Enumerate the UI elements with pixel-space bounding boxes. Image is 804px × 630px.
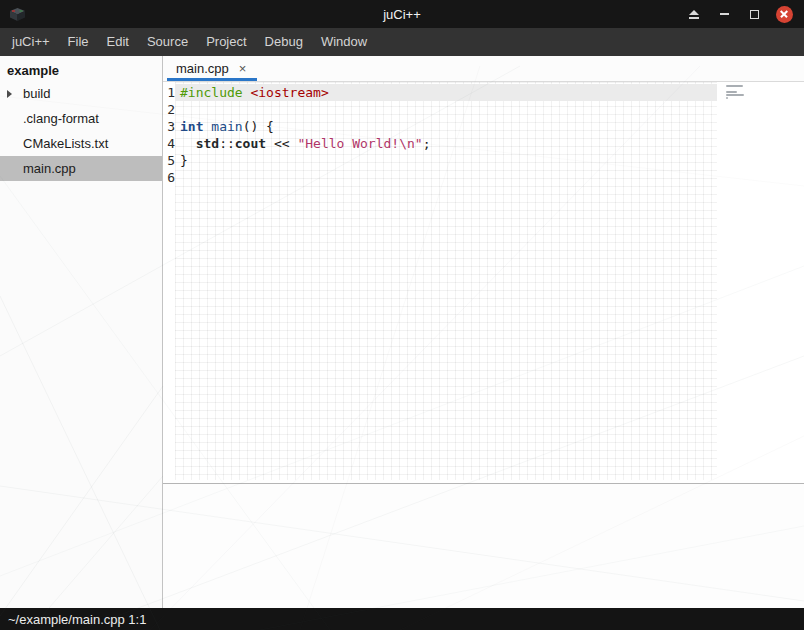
tree-item-clang-format[interactable]: .clang-format <box>0 106 162 131</box>
line-number: 2 <box>163 101 175 118</box>
menu-item-edit[interactable]: Edit <box>98 28 138 56</box>
jucipp-window: juCi++ juCi++FileEditSourceProjectDebugW… <box>0 0 804 630</box>
menu-item-debug[interactable]: Debug <box>256 28 312 56</box>
line-number: 6 <box>163 169 175 186</box>
code-pane: 1#include <iostream>23int main() {4 std:… <box>163 84 430 186</box>
tree-item-label: main.cpp <box>23 161 76 176</box>
code-line-3[interactable]: 3int main() { <box>163 118 430 135</box>
line-number: 1 <box>163 84 175 101</box>
eject-icon <box>689 10 699 19</box>
code-line-4[interactable]: 4 std::cout << "Hello World!\n"; <box>163 135 430 152</box>
terminal-output-panel[interactable] <box>163 484 804 608</box>
tree-item-label: CMakeLists.txt <box>23 136 108 151</box>
titlebar[interactable]: juCi++ <box>0 0 804 28</box>
tree-item-label: .clang-format <box>23 111 99 126</box>
menu-item-juci[interactable]: juCi++ <box>3 28 59 56</box>
window-title: juCi++ <box>0 7 804 22</box>
tab-close-icon[interactable]: × <box>239 62 247 75</box>
menu-item-window[interactable]: Window <box>312 28 376 56</box>
tree-item-build[interactable]: build <box>0 81 162 106</box>
app-icon <box>9 7 26 22</box>
minimize-button[interactable] <box>715 5 733 23</box>
menubar: juCi++FileEditSourceProjectDebugWindow <box>0 28 804 56</box>
tab-main-cpp[interactable]: main.cpp× <box>167 56 257 81</box>
code-line-6[interactable]: 6 <box>163 169 430 186</box>
line-number: 4 <box>163 135 175 152</box>
code-line-2[interactable]: 2 <box>163 101 430 118</box>
statusbar: ~/example/main.cpp 1:1 <box>0 608 804 630</box>
shade-button[interactable] <box>685 5 703 23</box>
menu-item-project[interactable]: Project <box>197 28 255 56</box>
minimap-line-mark <box>726 85 743 87</box>
code-text <box>175 101 180 118</box>
maximize-icon <box>750 10 759 19</box>
close-button[interactable] <box>775 5 793 23</box>
source-editor[interactable]: 1#include <iostream>23int main() {4 std:… <box>163 82 804 483</box>
menu-item-file[interactable]: File <box>59 28 98 56</box>
code-line-1[interactable]: 1#include <iostream> <box>163 84 430 101</box>
line-number: 5 <box>163 152 175 169</box>
statusbar-path-position: ~/example/main.cpp 1:1 <box>8 612 146 627</box>
file-browser-sidebar: example build.clang-formatCMakeLists.txt… <box>0 56 163 608</box>
minimize-icon <box>720 13 729 15</box>
expander-icon[interactable] <box>7 90 23 98</box>
minimap-line-mark <box>726 91 737 93</box>
minimap-line-mark <box>726 97 728 99</box>
file-tree: build.clang-formatCMakeLists.txtmain.cpp <box>0 81 162 181</box>
triangle-right-icon <box>7 90 12 98</box>
tree-item-cmakelists-txt[interactable]: CMakeLists.txt <box>0 131 162 156</box>
window-controls <box>685 5 804 23</box>
content-area: example build.clang-formatCMakeLists.txt… <box>0 56 804 608</box>
tabbar: main.cpp× <box>163 56 804 82</box>
code-text: } <box>175 152 188 169</box>
menu-item-source[interactable]: Source <box>138 28 197 56</box>
tree-item-label: build <box>23 86 50 101</box>
tab-label: main.cpp <box>176 61 229 76</box>
project-root-label: example <box>0 56 162 81</box>
code-line-5[interactable]: 5} <box>163 152 430 169</box>
code-text <box>175 169 180 186</box>
line-number: 3 <box>163 118 175 135</box>
editor-pane: main.cpp× 1#include <iostream>23int main… <box>163 56 804 608</box>
code-text: int main() { <box>175 118 274 135</box>
close-icon <box>776 6 793 23</box>
maximize-button[interactable] <box>745 5 763 23</box>
minimap-line-mark <box>726 94 744 96</box>
tree-item-main-cpp[interactable]: main.cpp <box>0 156 162 181</box>
code-text: #include <iostream> <box>175 84 329 101</box>
minimap[interactable] <box>726 85 746 109</box>
code-text: std::cout << "Hello World!\n"; <box>175 135 430 152</box>
